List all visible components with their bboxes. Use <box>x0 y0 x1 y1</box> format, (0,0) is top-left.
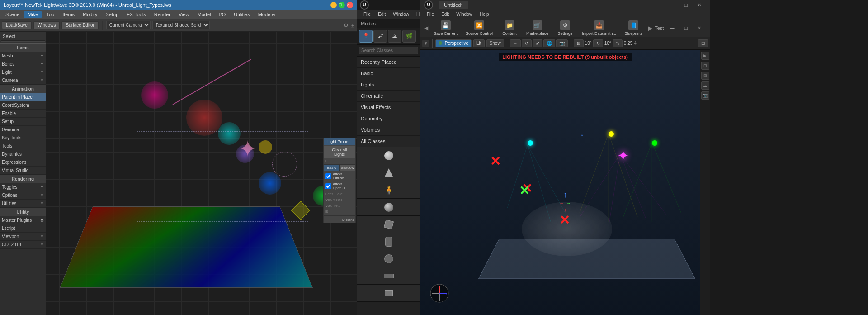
ue-expand-icon[interactable]: ▶ <box>648 24 653 32</box>
place-mode-button[interactable]: 📍 <box>359 30 373 43</box>
red-x-1[interactable]: ✕ <box>490 154 500 169</box>
basic-category[interactable]: Basic <box>357 68 420 79</box>
sidebar-master-plugins[interactable]: Master Plugins ⚙ <box>0 216 46 224</box>
content-button[interactable]: 📁 Content <box>498 19 521 37</box>
menu-fxtools[interactable]: FX Tools <box>123 11 150 18</box>
recently-placed-category[interactable]: Recently Placed <box>357 57 420 68</box>
sidebar-viewport[interactable]: Viewport ▼ <box>0 233 46 241</box>
red-x-3[interactable]: ✕ <box>559 213 570 228</box>
sidebar-light[interactable]: Light ▼ <box>0 68 46 76</box>
import-datasmith-button[interactable]: 📥 Import Datasmith... <box>579 19 619 37</box>
thumb-sphere2[interactable] <box>357 199 420 216</box>
blueprints-button[interactable]: 📘 Blueprints <box>622 19 645 37</box>
fullscreen-button[interactable]: ⊡ <box>698 39 708 47</box>
sidebar-coordsystem[interactable]: CoordSystem <box>0 101 46 110</box>
sidebar-dynamics[interactable]: Dynamics <box>0 150 46 158</box>
ue-viewport[interactable]: LIGHTING NEEDS TO BE REBUILT (9 unbuilt … <box>420 50 710 315</box>
move-gizmo[interactable]: ↑ ← → ↓ <box>559 190 571 212</box>
clear-all-lights-button[interactable]: Clear All Lights <box>324 146 355 158</box>
geometry-category[interactable]: Geometry <box>357 113 420 124</box>
menu-io[interactable]: I/O <box>216 11 230 18</box>
minimize-button[interactable]: ─ <box>330 2 337 8</box>
test-max-btn[interactable]: □ <box>679 23 693 33</box>
right-icon-3[interactable]: ⊞ <box>701 72 709 80</box>
all-classes-category[interactable]: All Classes <box>357 136 420 147</box>
pink-light-star[interactable]: ✦ <box>617 147 629 164</box>
marketplace-button[interactable]: 🛒 Marketplace <box>524 19 551 37</box>
lightwave-viewport[interactable]: ✦ Light Prope... Clear All Lights Li... <box>46 32 357 315</box>
sidebar-setup[interactable]: Setup <box>0 118 46 126</box>
window-menu[interactable]: Window <box>390 11 412 18</box>
camera-speed[interactable]: 📷 <box>556 39 568 47</box>
menu-mike[interactable]: Mike <box>24 11 42 18</box>
sidebar-toggles[interactable]: Toggles ▼ <box>0 183 46 191</box>
scale-button[interactable]: ⤢ <box>533 39 542 47</box>
close-button[interactable]: × <box>347 2 353 8</box>
affect-diffuse-checkbox[interactable] <box>326 173 331 179</box>
world-button[interactable]: 🌐 <box>543 39 555 47</box>
render-mode-select[interactable]: Textured Shaded Solid <box>152 21 210 29</box>
test-min-btn[interactable]: ─ <box>665 23 679 33</box>
menu-top[interactable]: Top <box>42 11 58 18</box>
rotate-button[interactable]: ↺ <box>522 39 532 47</box>
shadow-tab[interactable]: Shadow <box>340 164 355 171</box>
thumb-box[interactable] <box>357 285 420 302</box>
loadsave-button[interactable]: Load/Save <box>2 21 32 29</box>
windows-button[interactable]: Windows <box>33 21 60 29</box>
ue-file-item[interactable]: File <box>424 11 437 18</box>
foliage-mode-button[interactable]: 🌿 <box>402 30 416 43</box>
right-icon-4[interactable]: ☁ <box>701 81 709 90</box>
cyan-light-dot[interactable] <box>528 140 533 146</box>
ue-help-item[interactable]: Help <box>477 11 492 18</box>
ue-close-button[interactable]: × <box>693 0 706 10</box>
menu-view[interactable]: View <box>175 11 193 18</box>
sidebar-mesh[interactable]: Mesh ▼ <box>0 52 46 60</box>
thumb-cylinder[interactable] <box>357 233 420 250</box>
sidebar-expressions[interactable]: Expressions <box>0 158 46 167</box>
paint-mode-button[interactable]: 🖌 <box>373 30 387 43</box>
test-close-btn[interactable]: × <box>693 23 706 33</box>
menu-setup[interactable]: Setup <box>102 11 123 18</box>
thumb-sphere[interactable] <box>357 147 420 164</box>
right-icon-2[interactable]: ⊡ <box>701 62 709 70</box>
lights-category[interactable]: Lights <box>357 79 420 91</box>
save-current-button[interactable]: 💾 Save Current <box>431 19 460 37</box>
menu-modify[interactable]: Modify <box>79 11 101 18</box>
green-light-dot[interactable] <box>652 140 657 146</box>
menu-utilities[interactable]: Utilities <box>230 11 253 18</box>
translate-button[interactable]: ↔ <box>510 39 521 47</box>
ue-maximize-button[interactable]: □ <box>679 0 693 10</box>
menu-scene[interactable]: Scene <box>2 11 23 18</box>
affect-opengl-checkbox[interactable] <box>326 183 331 189</box>
right-icon-1[interactable]: ▶ <box>701 52 709 60</box>
ue-edit-item[interactable]: Edit <box>439 11 452 18</box>
maximize-viewport-icon[interactable]: ⊞ <box>350 22 355 29</box>
ue-window-item[interactable]: Window <box>453 11 475 18</box>
scale-grid[interactable]: ⤡ <box>613 39 623 47</box>
edit-menu[interactable]: Edit <box>375 11 388 18</box>
thumb-cone[interactable] <box>357 164 420 181</box>
maximize-button[interactable]: □ <box>339 2 345 8</box>
cinematic-category[interactable]: Cinematic <box>357 91 420 102</box>
sidebar-od2018[interactable]: OD_2018 ▼ <box>0 241 46 249</box>
sidebar-genoma[interactable]: Genoma <box>0 126 46 134</box>
thumb-sphere3[interactable] <box>357 250 420 267</box>
settings-button[interactable]: ⚙ Settings <box>554 19 576 37</box>
sidebar-utilities[interactable]: Utilities ▼ <box>0 200 46 208</box>
sidebar-enable[interactable]: Enable <box>0 110 46 118</box>
sidebar-parent-in-place[interactable]: Parent in Place <box>0 93 46 101</box>
sidebar-virtual-studio[interactable]: Virtual Studio <box>0 167 46 175</box>
green-x[interactable]: ✕ <box>519 183 529 198</box>
surface-editor-button[interactable]: Surface Editor <box>61 21 98 29</box>
settings-icon[interactable]: ⚙ <box>344 22 349 29</box>
perspective-button[interactable]: Perspective <box>435 39 472 47</box>
menu-render[interactable]: Render <box>151 11 174 18</box>
ue-tab[interactable]: Untitled* <box>439 1 468 9</box>
visual-effects-category[interactable]: Visual Effects <box>357 102 420 113</box>
grid-toggle[interactable]: ⊞ <box>574 39 584 47</box>
lit-button[interactable]: Lit <box>473 39 485 47</box>
thumb-plane[interactable] <box>357 267 420 285</box>
sidebar-lscript[interactable]: Lscript <box>0 224 46 233</box>
yellow-light-dot[interactable] <box>609 131 614 137</box>
menu-modeler[interactable]: Modeler <box>255 11 280 18</box>
